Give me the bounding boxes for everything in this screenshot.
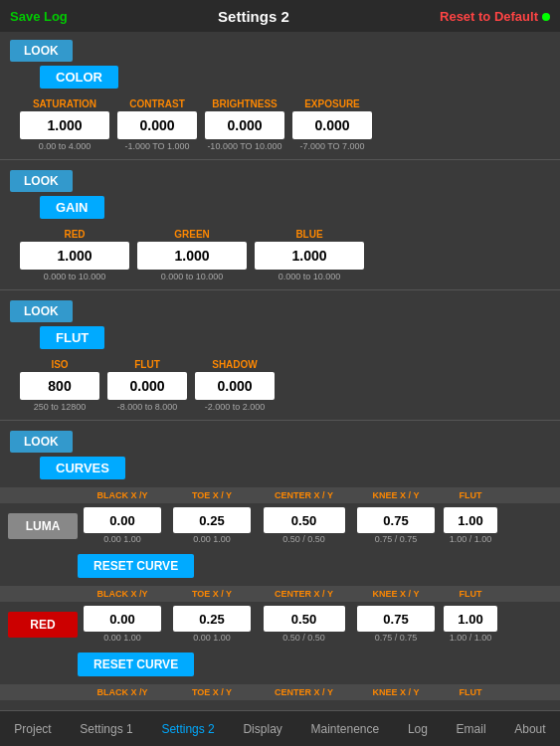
red-header-flut: FLUT <box>441 589 500 599</box>
gain-section: LOOK GAIN RED 0.000 to 10.000 GREEN 0.00… <box>0 162 560 287</box>
blue-gain-range: 0.000 to 10.000 <box>279 272 341 281</box>
look-badge-flut: LOOK <box>10 300 73 322</box>
blue-gain-group: BLUE 0.000 to 10.000 <box>255 229 364 281</box>
luma-flut-range: 1.00 / 1.00 <box>450 534 492 544</box>
header-flut: FLUT <box>441 490 500 500</box>
bottom-nav: Project Settings 1 Settings 2 Display Ma… <box>0 710 560 746</box>
red-toe-input[interactable] <box>173 606 251 632</box>
nav-email[interactable]: Email <box>453 716 490 742</box>
flut-value-label: FLUT <box>134 359 160 370</box>
red-center-group: 0.50 / 0.50 <box>257 606 351 643</box>
next-header-partial: BLACK X /Y TOE X / Y CENTER X / Y KNEE X… <box>0 684 560 700</box>
red-label: RED <box>8 612 78 638</box>
red-gain-range: 0.000 to 10.000 <box>44 272 106 281</box>
nav-maintenence[interactable]: Maintenence <box>306 716 383 742</box>
exposure-group: EXPOSURE -7.000 TO 7.000 <box>292 98 372 151</box>
blue-gain-input[interactable] <box>255 242 364 270</box>
luma-toe-input[interactable] <box>173 507 251 533</box>
luma-knee-group: 0.75 / 0.75 <box>351 507 441 544</box>
reset-default-button[interactable]: Reset to Default <box>440 9 550 24</box>
red-flut-input[interactable] <box>444 606 497 632</box>
iso-label: ISO <box>51 359 68 370</box>
red-toe-group: 0.00 1.00 <box>167 606 257 643</box>
green-gain-input[interactable] <box>137 242 247 270</box>
luma-black-group: 0.00 1.00 <box>78 507 167 544</box>
red-flut-range: 1.00 / 1.00 <box>450 633 492 643</box>
red-gain-label: RED <box>64 229 85 240</box>
exposure-range: -7.000 TO 7.000 <box>299 141 364 151</box>
gain-fields-row: RED 0.000 to 10.000 GREEN 0.000 to 10.00… <box>20 229 550 281</box>
flut-sub-badge: FLUT <box>40 326 104 349</box>
saturation-input[interactable] <box>20 111 109 139</box>
red-gain-input[interactable] <box>20 242 129 270</box>
red-reset-container: RESET CURVE <box>0 645 560 684</box>
red-knee-input[interactable] <box>357 606 435 632</box>
luma-knee-input[interactable] <box>357 507 435 533</box>
flut-value-range: -8.000 to 8.000 <box>117 402 178 412</box>
luma-flut-input[interactable] <box>444 507 497 533</box>
green-gain-group: GREEN 0.000 to 10.000 <box>137 229 247 281</box>
red-flut-group: 1.00 / 1.00 <box>441 606 500 643</box>
luma-reset-button[interactable]: RESET CURVE <box>78 554 194 578</box>
next-header-center-xy: CENTER X / Y <box>257 687 351 697</box>
exposure-input[interactable] <box>292 111 372 139</box>
brightness-range: -10.000 TO 10.000 <box>207 141 281 151</box>
red-row: RED 0.00 1.00 0.00 1.00 0.50 / 0.50 0.75… <box>0 602 560 645</box>
red-gain-group: RED 0.000 to 10.000 <box>20 229 129 281</box>
luma-center-input[interactable] <box>264 507 345 533</box>
luma-center-group: 0.50 / 0.50 <box>257 507 351 544</box>
color-section: LOOK COLOR SATURATION 0.00 to 4.000 CONT… <box>0 32 560 157</box>
red-reset-button[interactable]: RESET CURVE <box>78 653 194 676</box>
header-knee-xy: KNEE X / Y <box>351 490 441 500</box>
flut-value-input[interactable] <box>107 372 187 400</box>
header-black-xy: BLACK X /Y <box>78 490 167 500</box>
contrast-label: CONTRAST <box>129 98 185 109</box>
flut-value-group: FLUT -8.000 to 8.000 <box>107 359 187 412</box>
luma-reset-container: RESET CURVE <box>0 546 560 586</box>
nav-settings1[interactable]: Settings 1 <box>76 716 136 742</box>
header-center-xy: CENTER X / Y <box>257 490 351 500</box>
luma-row: LUMA 0.00 1.00 0.00 1.00 0.50 / 0.50 0.7… <box>0 503 560 546</box>
green-gain-label: GREEN <box>174 229 210 240</box>
nav-settings2[interactable]: Settings 2 <box>157 716 218 742</box>
next-header-knee-xy: KNEE X / Y <box>351 687 441 697</box>
brightness-group: BRIGHTNESS -10.000 TO 10.000 <box>205 98 284 151</box>
top-bar: Save Log Settings 2 Reset to Default <box>0 0 560 32</box>
red-knee-range: 0.75 / 0.75 <box>375 633 418 643</box>
shadow-label: SHADOW <box>212 359 258 370</box>
red-header-knee-xy: KNEE X / Y <box>351 589 441 599</box>
curves-section: LOOK CURVES <box>0 423 560 487</box>
red-toe-range: 0.00 1.00 <box>193 633 231 643</box>
saturation-group: SATURATION 0.00 to 4.000 <box>20 98 109 151</box>
gain-sub-badge: GAIN <box>40 196 104 219</box>
contrast-input[interactable] <box>117 111 197 139</box>
status-dot <box>542 13 550 21</box>
next-header-black-xy: BLACK X /Y <box>78 687 167 697</box>
look-badge-curves: LOOK <box>10 431 73 453</box>
shadow-input[interactable] <box>195 372 275 400</box>
nav-display[interactable]: Display <box>239 716 285 742</box>
luma-black-range: 0.00 1.00 <box>103 534 141 544</box>
page-title: Settings 2 <box>218 8 289 25</box>
luma-black-input[interactable] <box>84 507 161 533</box>
red-knee-group: 0.75 / 0.75 <box>351 606 441 643</box>
header-toe-xy: TOE X / Y <box>167 490 257 500</box>
red-black-input[interactable] <box>84 606 161 632</box>
save-log-button[interactable]: Save Log <box>10 9 68 24</box>
exposure-label: EXPOSURE <box>304 98 360 109</box>
saturation-range: 0.00 to 4.000 <box>39 141 92 151</box>
iso-input[interactable] <box>20 372 99 400</box>
next-header-toe-xy: TOE X / Y <box>167 687 257 697</box>
nav-about[interactable]: About <box>510 716 549 742</box>
contrast-range: -1.000 TO 1.000 <box>124 141 189 151</box>
green-gain-range: 0.000 to 10.000 <box>161 272 224 281</box>
nav-log[interactable]: Log <box>404 716 432 742</box>
brightness-label: BRIGHTNESS <box>212 98 278 109</box>
shadow-group: SHADOW -2.000 to 2.000 <box>195 359 275 412</box>
iso-range: 250 to 12800 <box>34 402 87 412</box>
nav-project[interactable]: Project <box>10 716 55 742</box>
luma-toe-range: 0.00 1.00 <box>193 534 231 544</box>
red-center-input[interactable] <box>264 606 345 632</box>
saturation-label: SATURATION <box>33 98 96 109</box>
brightness-input[interactable] <box>205 111 284 139</box>
